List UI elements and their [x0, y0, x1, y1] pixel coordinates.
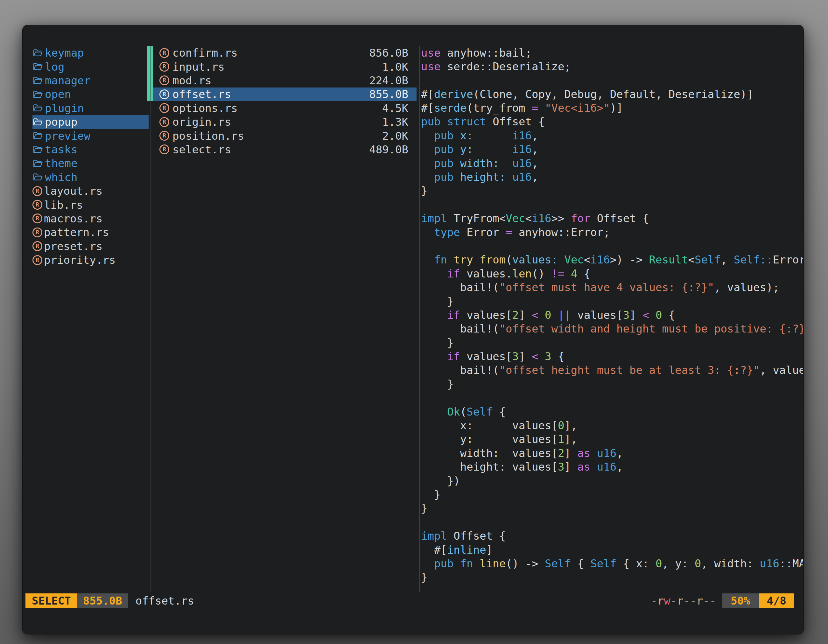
- file-size: 1.0K: [382, 60, 408, 73]
- code-line: }: [421, 501, 803, 515]
- sidebar-item-lib-rs[interactable]: Rlib.rs: [33, 198, 149, 212]
- sidebar-item-label: preview: [45, 130, 90, 142]
- file-size: 4.5K: [382, 102, 408, 114]
- sidebar-item-tasks[interactable]: tasks: [33, 143, 149, 156]
- rust-file-icon: R: [160, 117, 169, 127]
- mode-label: SELECT: [32, 594, 71, 607]
- sidebar-item-popup[interactable]: popup: [33, 115, 149, 129]
- rust-file-icon: R: [33, 200, 42, 210]
- folder-open-icon: [33, 145, 43, 154]
- sidebar-item-label: theme: [45, 157, 77, 169]
- sidebar-item-label: pattern.rs: [44, 226, 109, 239]
- code-line: }: [421, 295, 803, 308]
- status-bar: SELECT 855.0B offset.rs -rw-r--r-- 50% 4…: [23, 594, 803, 608]
- code-line: pub struct Offset {: [421, 115, 803, 128]
- file-row-origin-rs[interactable]: Rorigin.rs1.3K: [153, 115, 417, 129]
- preview-pane: use anyhow::bail;use serde::Deserialize;…: [421, 46, 803, 587]
- permissions-label: -rw-r--r--: [651, 594, 716, 608]
- sidebar-item-which[interactable]: which: [33, 170, 149, 184]
- sidebar-item-label: which: [45, 171, 77, 183]
- permission-char: r: [657, 594, 664, 607]
- file-row-offset-rs[interactable]: Roffset.rs855.0B: [153, 88, 417, 101]
- sidebar-item-pattern-rs[interactable]: Rpattern.rs: [33, 226, 149, 239]
- rust-file-icon: R: [160, 89, 169, 99]
- permission-char: -: [710, 594, 716, 607]
- sidebar-item-label: log: [45, 60, 64, 73]
- sidebar-item-label: lib.rs: [44, 199, 83, 211]
- code-line: impl TryFrom<Vec<i16>> for Offset {: [421, 212, 803, 225]
- permission-char: -: [684, 594, 690, 607]
- cursor-position-label: 4/8: [767, 594, 786, 607]
- file-row-confirm-rs[interactable]: Rconfirm.rs856.0B: [153, 46, 417, 60]
- rust-file-icon: R: [33, 227, 42, 237]
- code-line: pub y: i16,: [421, 143, 803, 156]
- file-row-select-rs[interactable]: Rselect.rs489.0B: [153, 143, 417, 156]
- code-line: use anyhow::bail;: [421, 46, 803, 60]
- sidebar-item-preview[interactable]: preview: [33, 129, 149, 143]
- code-line: [421, 516, 803, 529]
- code-line: [421, 239, 803, 253]
- code-line: pub width: u16,: [421, 157, 803, 170]
- file-row-position-rs[interactable]: Rposition.rs2.0K: [153, 129, 417, 143]
- sidebar-item-plugin[interactable]: plugin: [33, 101, 149, 115]
- code-line: y: values[1],: [421, 432, 803, 446]
- folder-open-icon: [33, 90, 43, 99]
- permission-char: -: [703, 594, 709, 607]
- sidebar-item-keymap[interactable]: keymap: [33, 46, 149, 60]
- sidebar-item-label: open: [45, 88, 71, 100]
- sidebar-item-label: keymap: [45, 47, 84, 59]
- permission-char: -: [651, 594, 657, 607]
- file-size: 1.3K: [382, 116, 408, 128]
- sidebar-item-layout-rs[interactable]: Rlayout.rs: [33, 184, 149, 198]
- rust-file-icon: R: [160, 131, 169, 141]
- code-line: #[inline]: [421, 543, 803, 557]
- file-name: confirm.rs: [172, 47, 238, 59]
- hovered-filename: offset.rs: [136, 594, 194, 608]
- code-line: pub height: u16,: [421, 170, 803, 184]
- file-name: select.rs: [172, 143, 231, 156]
- mode-badge: SELECT: [25, 594, 77, 608]
- code-line: width: values[2] as u16,: [421, 447, 803, 460]
- folder-open-icon: [33, 159, 43, 168]
- file-name: input.rs: [172, 60, 225, 73]
- file-row-input-rs[interactable]: Rinput.rs1.0K: [153, 60, 417, 74]
- permission-char: r: [696, 594, 703, 607]
- file-row-mod-rs[interactable]: Rmod.rs224.0B: [153, 74, 417, 87]
- sidebar-item-theme[interactable]: theme: [33, 157, 149, 170]
- code-line: #[serde(try_from = "Vec<i16>")]: [421, 101, 803, 115]
- file-name: offset.rs: [172, 88, 231, 100]
- scroll-marker-bar: [147, 46, 153, 102]
- code-line: if values[2] < 0 || values[3] < 0 {: [421, 308, 803, 322]
- sidebar-item-open[interactable]: open: [33, 88, 149, 101]
- permission-char: r: [677, 594, 683, 607]
- code-line: [421, 198, 803, 212]
- scroll-percent-label: 50%: [731, 594, 750, 607]
- code-line: bail!("offset height must be at least 3:…: [421, 364, 803, 377]
- sidebar-item-preset-rs[interactable]: Rpreset.rs: [33, 239, 149, 253]
- file-size-badge: 855.0B: [77, 594, 128, 608]
- sidebar-item-priority-rs[interactable]: Rpriority.rs: [33, 253, 149, 267]
- file-size: 856.0B: [369, 47, 408, 59]
- scroll-percent-badge: 50%: [722, 594, 758, 608]
- sidebar-item-label: tasks: [45, 143, 77, 156]
- file-name: mod.rs: [172, 74, 212, 87]
- code-line: use serde::Deserialize;: [421, 60, 803, 74]
- sidebar-item-macros-rs[interactable]: Rmacros.rs: [33, 212, 149, 225]
- rust-file-icon: R: [160, 103, 169, 113]
- code-line: if values[3] < 3 {: [421, 350, 803, 364]
- code-line: }: [421, 336, 803, 350]
- sidebar-item-label: popup: [45, 116, 77, 128]
- file-row-options-rs[interactable]: Roptions.rs4.5K: [153, 101, 417, 115]
- permission-char: w: [664, 594, 670, 607]
- rust-file-icon: R: [33, 186, 42, 196]
- folder-open-icon: [33, 132, 43, 140]
- folder-open-icon: [33, 49, 43, 57]
- code-line: }: [421, 378, 803, 391]
- code-line: pub x: i16,: [421, 129, 803, 143]
- cursor-position-badge: 4/8: [759, 594, 794, 608]
- sidebar-item-log[interactable]: log: [33, 60, 149, 74]
- sidebar-item-manager[interactable]: manager: [33, 74, 149, 87]
- code-line: fn try_from(values: Vec<i16>) -> Result<…: [421, 253, 803, 266]
- code-line: pub fn line() -> Self { Self { x: 0, y: …: [421, 557, 803, 570]
- folder-open-icon: [33, 118, 43, 126]
